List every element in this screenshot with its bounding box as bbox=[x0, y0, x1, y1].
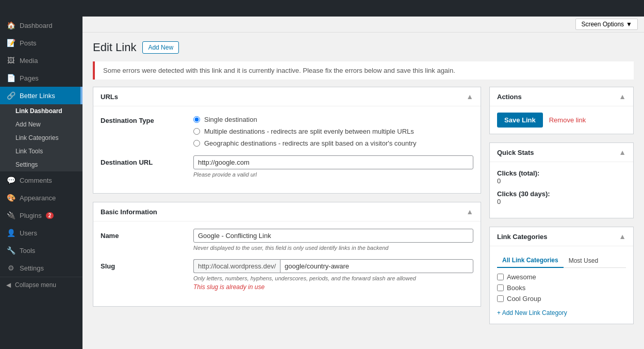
sidebar-item-tools[interactable]: 🔧 Tools bbox=[0, 242, 82, 259]
slug-input[interactable] bbox=[280, 259, 473, 273]
destination-type-row: Destination Type Single destination bbox=[101, 114, 473, 147]
actions-panel-title: Actions bbox=[497, 93, 522, 101]
clicks-total-value: 0 bbox=[497, 177, 626, 185]
chevron-down-icon: ▼ bbox=[626, 21, 632, 28]
sidebar-item-posts[interactable]: 📝 Posts bbox=[0, 34, 82, 52]
sidebar-item-settings[interactable]: ⚙ Settings bbox=[0, 259, 82, 277]
collapse-arrow-icon: ◀ bbox=[6, 281, 11, 289]
clicks-30-value: 0 bbox=[497, 198, 626, 205]
slug-field: http://local.wordpress.dev/ Only letters… bbox=[193, 259, 473, 291]
name-field: Never displayed to the user, this field … bbox=[193, 229, 473, 251]
sidebar-item-appearance[interactable]: 🎨 Appearance bbox=[0, 189, 82, 207]
slug-hint: Only letters, numbers, hyphens, undersco… bbox=[193, 275, 473, 281]
remove-link-button[interactable]: Remove link bbox=[549, 116, 586, 124]
add-new-link-category-button[interactable]: + Add New Link Category bbox=[497, 309, 567, 316]
clicks-30-label: Clicks (30 days): bbox=[497, 190, 626, 198]
clicks-total-row: Clicks (total): 0 bbox=[497, 169, 626, 185]
radio-multiple[interactable]: Multiple destinations - redirects are sp… bbox=[193, 128, 473, 135]
sidebar-item-dashboard[interactable]: 🏠 Dashboard bbox=[0, 17, 82, 34]
cat-checkbox-books[interactable] bbox=[497, 284, 504, 291]
actions-panel-header[interactable]: Actions ▲ bbox=[490, 87, 633, 106]
urls-panel-header[interactable]: URLs ▲ bbox=[93, 87, 481, 106]
top-bar: Screen Options ▼ bbox=[82, 17, 644, 33]
sidebar-item-pages[interactable]: 📄 Pages bbox=[0, 69, 82, 87]
tools-icon: 🔧 bbox=[6, 246, 15, 255]
basic-info-panel-title: Basic Information bbox=[101, 208, 157, 216]
submenu-item-link-categories[interactable]: Link Categories bbox=[0, 131, 82, 145]
slug-row: Slug http://local.wordpress.dev/ Only le… bbox=[101, 259, 473, 291]
slug-label: Slug bbox=[101, 259, 193, 270]
sidebar: 🏠 Dashboard 📝 Posts 🖼 Media 📄 Pages 🔗 Be… bbox=[0, 17, 82, 349]
submenu-item-link-tools[interactable]: Link Tools bbox=[0, 145, 82, 158]
destination-type-label: Destination Type bbox=[101, 114, 193, 124]
clicks-30-row: Clicks (30 days): 0 bbox=[497, 190, 626, 205]
sidebar-item-plugins[interactable]: 🔌 Plugins 2 bbox=[0, 207, 82, 224]
quick-stats-panel-body: Clicks (total): 0 Clicks (30 days): 0 bbox=[490, 162, 633, 218]
destination-url-row: Destination URL Please provide a valid u… bbox=[101, 155, 473, 178]
submenu-item-settings[interactable]: Settings bbox=[0, 158, 82, 171]
destination-url-input[interactable] bbox=[193, 155, 473, 169]
basic-info-panel: Basic Information ▲ Name Never displayed… bbox=[93, 202, 481, 307]
radio-multiple-input[interactable] bbox=[193, 128, 200, 135]
radio-geographic-input[interactable] bbox=[193, 140, 200, 147]
destination-url-label: Destination URL bbox=[101, 155, 193, 166]
radio-single[interactable]: Single destination bbox=[193, 116, 473, 123]
save-link-button[interactable]: Save Link bbox=[497, 113, 543, 128]
clicks-total-label: Clicks (total): bbox=[497, 169, 626, 177]
basic-info-toggle-icon: ▲ bbox=[466, 208, 473, 216]
sidebar-item-comments[interactable]: 💬 Comments bbox=[0, 171, 82, 189]
destination-url-hint: Please provide a valid url bbox=[193, 171, 473, 178]
cat-item-awesome[interactable]: Awesome bbox=[497, 273, 626, 281]
actions-panel-body: Save Link Remove link bbox=[490, 106, 633, 134]
media-icon: 🖼 bbox=[6, 56, 15, 65]
comments-icon: 💬 bbox=[6, 176, 15, 185]
urls-panel-title: URLs bbox=[101, 93, 118, 101]
slug-error: This slug is already in use bbox=[193, 283, 473, 291]
basic-info-panel-header[interactable]: Basic Information ▲ bbox=[93, 202, 481, 221]
sidebar-item-better-links[interactable]: 🔗 Better Links bbox=[0, 87, 82, 104]
radio-single-input[interactable] bbox=[193, 116, 200, 123]
screen-options-button[interactable]: Screen Options ▼ bbox=[575, 19, 638, 30]
main-column: URLs ▲ Destination Type bbox=[93, 87, 481, 332]
posts-icon: 📝 bbox=[6, 38, 15, 47]
cat-checkbox-awesome[interactable] bbox=[497, 274, 504, 280]
quick-stats-panel: Quick Stats ▲ Clicks (total): 0 Clicks (… bbox=[489, 142, 634, 218]
name-row: Name Never displayed to the user, this f… bbox=[101, 229, 473, 251]
name-input[interactable] bbox=[193, 229, 473, 243]
dashboard-icon: 🏠 bbox=[6, 21, 15, 30]
actions-toggle-icon: ▲ bbox=[619, 92, 626, 101]
cat-checkbox-cool-group[interactable] bbox=[497, 295, 504, 302]
tab-all-link-categories[interactable]: All Link Categories bbox=[497, 253, 564, 268]
add-new-button[interactable]: Add New bbox=[142, 41, 179, 54]
better-links-icon: 🔗 bbox=[6, 91, 15, 100]
plugins-badge: 2 bbox=[46, 212, 54, 219]
link-categories-panel-body: All Link Categories Most Used Awesome bbox=[490, 246, 633, 324]
destination-url-field: Please provide a valid url bbox=[193, 155, 473, 178]
slug-prefix: http://local.wordpress.dev/ bbox=[193, 259, 280, 273]
quick-stats-panel-header[interactable]: Quick Stats ▲ bbox=[490, 143, 633, 162]
quick-stats-panel-title: Quick Stats bbox=[497, 149, 534, 156]
cat-item-books[interactable]: Books bbox=[497, 284, 626, 292]
destination-type-radio-group: Single destination Multiple destinations… bbox=[193, 114, 473, 147]
actions-panel: Actions ▲ Save Link Remove link bbox=[489, 87, 634, 134]
appearance-icon: 🎨 bbox=[6, 193, 15, 202]
sidebar-item-media[interactable]: 🖼 Media bbox=[0, 52, 82, 69]
better-links-submenu: Link Dashboard Add New Link Categories L… bbox=[0, 104, 82, 171]
basic-info-panel-body: Name Never displayed to the user, this f… bbox=[93, 221, 481, 306]
settings-icon: ⚙ bbox=[6, 263, 15, 273]
page-title-row: Edit Link Add New bbox=[93, 41, 634, 54]
submenu-item-link-dashboard[interactable]: Link Dashboard bbox=[0, 104, 82, 118]
radio-geographic[interactable]: Geographic destinations - redirects are … bbox=[193, 139, 473, 147]
side-column: Actions ▲ Save Link Remove link Quick St… bbox=[489, 87, 634, 332]
tab-most-used[interactable]: Most Used bbox=[564, 253, 603, 267]
main-content: Screen Options ▼ Edit Link Add New Some … bbox=[82, 17, 644, 349]
page-title: Edit Link bbox=[93, 41, 136, 54]
submenu-item-add-new[interactable]: Add New bbox=[0, 118, 82, 131]
category-list: Awesome Books Cool Group bbox=[497, 273, 626, 303]
cat-item-cool-group[interactable]: Cool Group bbox=[497, 295, 626, 303]
collapse-menu-button[interactable]: ◀ Collapse menu bbox=[0, 277, 82, 293]
sidebar-item-users[interactable]: 👤 Users bbox=[0, 224, 82, 242]
link-categories-panel-header[interactable]: Link Categories ▲ bbox=[490, 227, 633, 246]
link-cat-tabs: All Link Categories Most Used bbox=[497, 253, 626, 268]
link-categories-panel-title: Link Categories bbox=[497, 233, 548, 241]
